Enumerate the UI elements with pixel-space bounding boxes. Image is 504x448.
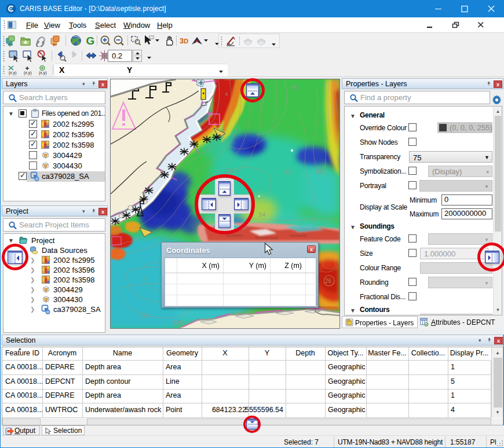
svg-text:(x,y): (x,y) — [39, 71, 47, 75]
svg-text:G: G — [86, 35, 95, 47]
svg-text:106: 106 — [315, 168, 324, 175]
svg-text:54: 54 — [259, 212, 266, 218]
svg-text:92: 92 — [284, 169, 291, 175]
svg-text:153: 153 — [140, 313, 149, 319]
svg-text:3D: 3D — [180, 36, 188, 45]
svg-text:96: 96 — [291, 85, 298, 91]
svg-text:6: 6 — [225, 91, 228, 97]
svg-text:26: 26 — [325, 278, 332, 284]
svg-text:(x,y): (x,y) — [24, 71, 32, 75]
svg-text:131: 131 — [224, 168, 234, 174]
svg-text:(x,y): (x,y) — [9, 71, 17, 75]
svg-text:186: 186 — [173, 320, 183, 326]
